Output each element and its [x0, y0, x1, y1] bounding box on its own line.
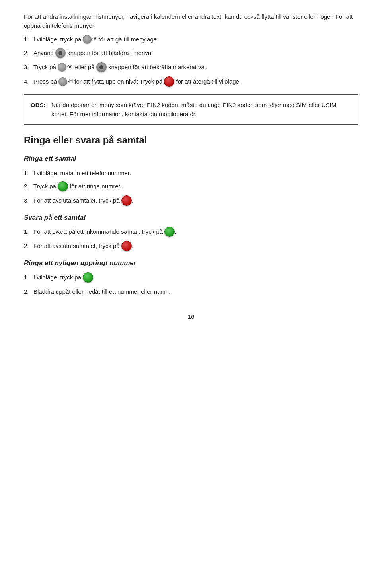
page-content: För att ändra inställningar i listmenyer…	[24, 12, 358, 321]
step-number: 1.	[24, 35, 31, 44]
subsection-ring-heading: Ringa ett samtal	[24, 154, 358, 164]
step-text: I viloläge, tryck på -V för att gå till …	[33, 35, 358, 44]
step-number: 3.	[24, 63, 31, 72]
obs-box: OBS: När du öppnar en meny som kräver PI…	[24, 94, 358, 125]
step-number: 1.	[24, 168, 31, 178]
red-button-icon	[164, 76, 174, 87]
step-number: 2.	[24, 241, 31, 250]
step-text: I viloläge, tryck på .	[33, 273, 358, 283]
ring-step-3: 3. För att avsluta samtalet, tryck på .	[24, 196, 358, 206]
step-text: För att avsluta samtalet, tryck på .	[33, 196, 358, 206]
v-button-icon	[58, 63, 66, 72]
green-button-icon	[58, 181, 68, 191]
step-number: 2.	[24, 287, 31, 296]
obs-text: När du öppnar en meny som kräver PIN2 ko…	[51, 100, 351, 119]
subsection-recent-heading: Ringa ett nyligen uppringt nummer	[24, 258, 358, 268]
nav-button-icon	[96, 62, 107, 72]
recent-step-2: 2. Bläddra uppåt eller nedåt till ett nu…	[24, 287, 358, 296]
page-number: 16	[24, 312, 358, 321]
step-text: För att svara på ett inkommande samtal, …	[33, 227, 358, 237]
recent-step-1: 1. I viloläge, tryck på .	[24, 273, 358, 283]
menu-step-2: 2. Använd knappen för att bläddra i meny…	[24, 48, 358, 59]
menu-step-4: 4. Press på -H för att flytta upp en niv…	[24, 77, 358, 87]
v-button-icon	[83, 35, 92, 44]
answer-step-1: 1. För att svara på ett inkommande samta…	[24, 227, 358, 237]
step-text: För att avsluta samtalet, tryck på .	[33, 241, 358, 252]
step-text: Tryck på för att ringa numret.	[33, 182, 358, 192]
step-text: Bläddra uppåt eller nedåt till ett numme…	[33, 287, 358, 296]
step-number: 2.	[24, 182, 31, 191]
step-text: Press på -H för att flytta upp en nivå; …	[33, 77, 358, 87]
green-button-icon	[83, 272, 93, 283]
menu-step-3: 3. Tryck på -V eller på knappen för att …	[24, 63, 358, 73]
nav-button-icon	[55, 48, 66, 58]
step-number: 4.	[24, 77, 31, 86]
subsection-answer-heading: Svara på ett samtal	[24, 213, 358, 223]
h-button-icon	[58, 77, 67, 86]
red-button-icon	[121, 241, 132, 251]
step-number: 1.	[24, 273, 31, 282]
intro-paragraph: För att ändra inställningar i listmenyer…	[24, 12, 358, 31]
answer-step-2: 2. För att avsluta samtalet, tryck på .	[24, 241, 358, 252]
red-button-icon	[121, 195, 132, 206]
section-call-heading: Ringa eller svara på samtal	[24, 133, 358, 147]
menu-step-1: 1. I viloläge, tryck på -V för att gå ti…	[24, 35, 358, 44]
step-number: 2.	[24, 48, 31, 57]
step-text: Använd knappen för att bläddra i menyn.	[33, 48, 358, 59]
obs-label: OBS:	[31, 100, 47, 109]
ring-step-1: 1. I viloläge, mata in ett telefonnummer…	[24, 168, 358, 178]
step-text: I viloläge, mata in ett telefonnummer.	[33, 168, 358, 178]
ring-step-2: 2. Tryck på för att ringa numret.	[24, 182, 358, 192]
step-number: 3.	[24, 196, 31, 205]
step-text: Tryck på -V eller på knappen för att bek…	[33, 63, 358, 73]
step-number: 1.	[24, 227, 31, 236]
green-button-icon	[164, 227, 175, 237]
